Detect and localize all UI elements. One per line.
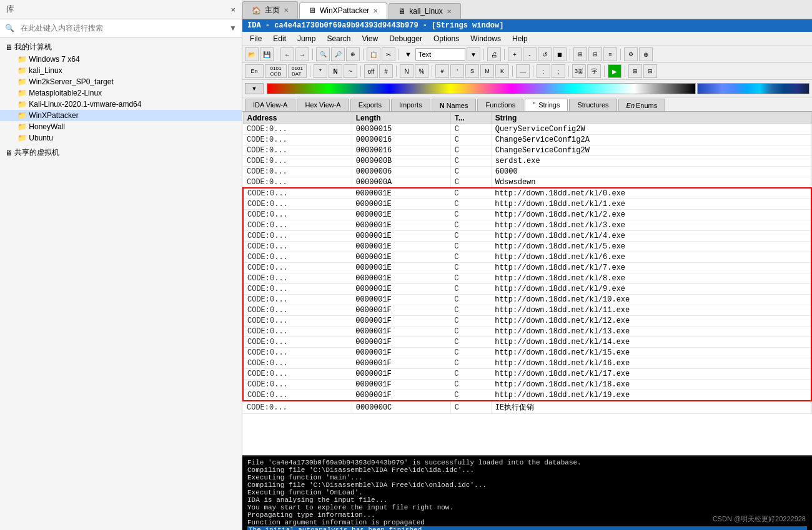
tb2-star-btn[interactable]: * bbox=[314, 64, 327, 78]
tb-minus-btn[interactable]: - bbox=[523, 47, 537, 61]
menu-windows[interactable]: Windows bbox=[465, 33, 506, 44]
table-row[interactable]: CODE:0...0000000BCserdst.exe bbox=[243, 156, 811, 167]
sidebar-close-btn[interactable]: × bbox=[230, 5, 235, 14]
tb2-window2-btn[interactable]: ⊟ bbox=[643, 64, 657, 78]
tree-item-win2k[interactable]: 📁 Win2kServer_SP0_target bbox=[0, 76, 242, 87]
sub-tab-ida-view[interactable]: IDA View-A bbox=[245, 99, 295, 111]
tb2-char-btn[interactable]: 字 bbox=[587, 64, 601, 78]
table-row[interactable]: CODE:0...0000001EChttp://down.18dd.net/k… bbox=[243, 231, 811, 242]
tb-stop-btn[interactable]: ⏹ bbox=[553, 47, 567, 61]
menu-view[interactable]: View bbox=[357, 33, 383, 44]
table-row[interactable]: CODE:0...00000016CChangeServiceConfig2A bbox=[243, 135, 811, 145]
tb-forward-btn[interactable]: → bbox=[295, 47, 309, 61]
tb-back-btn[interactable]: ← bbox=[280, 47, 294, 61]
tree-item-kali[interactable]: 📁 kali_Linux bbox=[0, 65, 242, 76]
tb2-window1-btn[interactable]: ⊞ bbox=[628, 64, 642, 78]
tree-item-winxp[interactable]: 📁 WinXPattacker bbox=[0, 110, 242, 121]
table-row[interactable]: CODE:0...0000001FChttp://down.18dd.net/k… bbox=[243, 326, 811, 337]
tb-misc1-btn[interactable]: ⚙ bbox=[624, 47, 638, 61]
tb2-quote-btn[interactable]: ' bbox=[450, 64, 464, 78]
table-row[interactable]: CODE:0...0000001FChttp://down.18dd.net/k… bbox=[243, 316, 811, 326]
tree-item-honey[interactable]: 📁 HoneyWall bbox=[0, 121, 242, 132]
tb-print-btn[interactable]: 🖨 bbox=[487, 47, 501, 61]
search-dropdown-icon[interactable]: ▼ bbox=[229, 24, 237, 32]
tb2-n2-btn[interactable]: N bbox=[400, 64, 413, 78]
table-row[interactable]: CODE:0...00000016CChangeServiceConfig2W bbox=[243, 145, 811, 156]
table-row[interactable]: CODE:0...0000000ACWdswsdewn bbox=[243, 177, 811, 189]
tab-kali-close[interactable]: ✕ bbox=[447, 8, 452, 15]
tb-refresh-btn[interactable]: ↺ bbox=[538, 47, 552, 61]
tb-save-btn[interactable]: 💾 bbox=[260, 47, 274, 61]
tb2-asm-btn[interactable]: En bbox=[245, 64, 264, 78]
table-row[interactable]: CODE:0...0000001FChttp://down.18dd.net/k… bbox=[243, 380, 811, 390]
tb-search2-btn[interactable]: 🔎 bbox=[331, 47, 345, 61]
table-row[interactable]: CODE:0...0000001EChttp://down.18dd.net/k… bbox=[243, 252, 811, 263]
menu-edit[interactable]: Edit bbox=[268, 33, 291, 44]
tb-open-btn[interactable]: 📂 bbox=[245, 47, 259, 61]
tab-home[interactable]: 🏠 主页 ✕ bbox=[242, 1, 298, 19]
menu-options[interactable]: Options bbox=[428, 33, 464, 44]
tb-search3-btn[interactable]: ⊕ bbox=[346, 47, 360, 61]
tb-copy-btn[interactable]: 📋 bbox=[367, 47, 380, 61]
sub-tab-exports[interactable]: Exports bbox=[350, 99, 390, 111]
tb2-s-btn[interactable]: S bbox=[465, 64, 479, 78]
sub-tab-structures[interactable]: Structures bbox=[569, 99, 616, 111]
tb-list-btn[interactable]: ≡ bbox=[603, 47, 617, 61]
tb2-hash-btn[interactable]: # bbox=[379, 64, 393, 78]
tb-layout-btn[interactable]: ⊞ bbox=[573, 47, 587, 61]
tab-kali[interactable]: 🖥 kali_Linux ✕ bbox=[389, 3, 460, 19]
menu-jump[interactable]: Jump bbox=[292, 33, 320, 44]
tab-winxp-close[interactable]: ✕ bbox=[373, 7, 378, 14]
tree-root[interactable]: 🖥 我的计算机 bbox=[0, 41, 242, 54]
tree-item-kali2020[interactable]: 📁 Kali-Linux-2020.1-vmware-amd64 bbox=[0, 99, 242, 110]
sub-tab-hex-view[interactable]: Hex View-A bbox=[297, 99, 349, 111]
tb-tile-btn[interactable]: ⊟ bbox=[588, 47, 602, 61]
table-row[interactable]: CODE:0...0000001FChttp://down.18dd.net/k… bbox=[243, 369, 811, 380]
table-row[interactable]: CODE:0...0000001FChttp://down.18dd.net/k… bbox=[243, 358, 811, 369]
tb2-wave-btn[interactable]: ~ bbox=[344, 64, 357, 78]
shared-vms[interactable]: 🖥 共享的虚拟机 bbox=[0, 146, 242, 159]
table-row[interactable]: CODE:0...00000015CQueryServiceConfig2W bbox=[243, 124, 811, 135]
tb-cut-btn[interactable]: ✂ bbox=[382, 47, 395, 61]
tb2-n-btn[interactable]: N bbox=[329, 64, 342, 78]
menu-search[interactable]: Search bbox=[322, 33, 355, 44]
tb2-0101-btn[interactable]: 0101COD bbox=[265, 64, 287, 78]
tree-item-win7[interactable]: 📁 Windows 7 x64 bbox=[0, 54, 242, 65]
tb-search1-btn[interactable]: 🔍 bbox=[316, 47, 330, 61]
menu-debugger[interactable]: Debugger bbox=[384, 33, 427, 44]
tb2-m-btn[interactable]: M bbox=[480, 64, 494, 78]
tree-item-meta[interactable]: 📁 Metasploitable2-Linux bbox=[0, 87, 242, 99]
tb-add-btn[interactable]: + bbox=[508, 47, 522, 61]
table-row[interactable]: CODE:0...0000001FChttp://down.18dd.net/k… bbox=[243, 348, 811, 358]
tb2-pct-btn[interactable]: % bbox=[415, 64, 428, 78]
tb2-dat-btn[interactable]: 0101DAT bbox=[288, 64, 307, 78]
table-row[interactable]: CODE:0...0000001FChttp://down.18dd.net/k… bbox=[243, 295, 811, 305]
table-row[interactable]: CODE:0...0000001EChttp://down.18dd.net/k… bbox=[243, 210, 811, 220]
menu-file[interactable]: File bbox=[245, 33, 267, 44]
table-row[interactable]: CODE:0...0000000CCIE执行促销 bbox=[243, 401, 811, 414]
tb2-3ha-btn[interactable]: 3畄 bbox=[572, 64, 586, 78]
table-row[interactable]: CODE:0...0000001FChttp://down.18dd.net/k… bbox=[243, 390, 811, 401]
tb2-hash2-btn[interactable]: # bbox=[435, 64, 449, 78]
tb2-off-btn[interactable]: off bbox=[364, 64, 378, 78]
sub-tab-enums[interactable]: En Enums bbox=[618, 99, 666, 111]
sub-tab-imports[interactable]: Imports bbox=[391, 99, 430, 111]
tab-winxp[interactable]: 🖥 WinXPattacker ✕ bbox=[299, 2, 387, 19]
table-row[interactable]: CODE:0...0000001EChttp://down.18dd.net/k… bbox=[243, 284, 811, 295]
table-row[interactable]: CODE:0...0000001EChttp://down.18dd.net/k… bbox=[243, 220, 811, 231]
tb-text-dropdown[interactable]: Text bbox=[415, 48, 465, 61]
sub-tab-names[interactable]: N Names bbox=[432, 99, 477, 111]
tb3-addr-input[interactable]: ▼ bbox=[245, 83, 264, 94]
table-row[interactable]: CODE:0...0000001EChttp://down.18dd.net/k… bbox=[243, 242, 811, 252]
table-row[interactable]: CODE:0...0000001EChttp://down.18dd.net/k… bbox=[243, 273, 811, 284]
table-row[interactable]: CODE:0...00000006C60000 bbox=[243, 167, 811, 177]
sub-tab-functions[interactable]: Functions bbox=[477, 99, 523, 111]
table-row[interactable]: CODE:0...0000001FChttp://down.18dd.net/k… bbox=[243, 305, 811, 316]
tb2-run-btn[interactable]: ▶ bbox=[608, 64, 621, 78]
tb2-k-btn[interactable]: K bbox=[495, 64, 509, 78]
tb2-slash-btn[interactable]: — bbox=[516, 64, 530, 78]
tb2-colon-btn[interactable]: : bbox=[537, 64, 550, 78]
menu-help[interactable]: Help bbox=[507, 33, 533, 44]
sub-tab-strings[interactable]: " Strings bbox=[525, 99, 568, 111]
table-row[interactable]: CODE:0...0000001EChttp://down.18dd.net/k… bbox=[243, 188, 811, 199]
